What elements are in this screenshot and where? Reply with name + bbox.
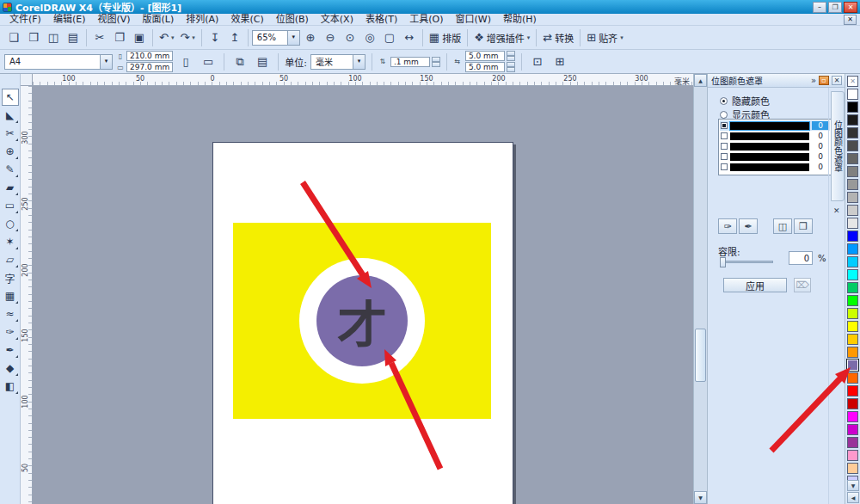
palette-color-swatch[interactable] xyxy=(847,308,858,319)
plugins-button[interactable]: ❖增强插件▾ xyxy=(471,28,532,47)
menu-bitmaps[interactable]: 位图(B) xyxy=(270,14,315,26)
menu-window[interactable]: 窗口(W) xyxy=(450,14,497,26)
portrait-button[interactable]: ▯ xyxy=(176,52,195,71)
palette-color-swatch[interactable] xyxy=(847,269,858,280)
vertical-ruler[interactable]: 300 250 200 150 100 50 xyxy=(21,86,33,504)
palette-color-swatch[interactable] xyxy=(847,424,858,435)
save-button[interactable]: ◫ xyxy=(44,28,63,47)
mask-row[interactable]: 0 xyxy=(720,120,830,131)
menu-layout[interactable]: 版面(L) xyxy=(137,14,181,26)
polygon-tool[interactable]: ✶ xyxy=(2,233,19,250)
palette-color-swatch[interactable] xyxy=(847,256,858,267)
palette-color-swatch[interactable] xyxy=(847,153,858,164)
purple-circle[interactable]: 才 xyxy=(316,275,408,366)
palette-no-color-swatch[interactable]: ✕ xyxy=(847,76,858,87)
save-mask-button[interactable]: ◫ xyxy=(773,218,792,234)
scroll-up-icon[interactable]: ▲ xyxy=(694,74,707,87)
tolerance-field[interactable]: 0 xyxy=(789,251,813,265)
palette-color-swatch[interactable] xyxy=(847,140,858,151)
zoom-in-button[interactable]: ⊕ xyxy=(301,28,320,47)
nudge-field[interactable]: .1 mm xyxy=(390,57,430,67)
open-button[interactable]: ❒ xyxy=(24,28,43,47)
color-mask-list[interactable]: 0 0 0 0 0 xyxy=(718,119,832,175)
convert-button[interactable]: ⇄转换 xyxy=(540,28,576,47)
tolerance-slider-thumb[interactable] xyxy=(720,257,726,267)
close-button[interactable]: ✕ xyxy=(844,2,857,13)
document-close-button[interactable]: ✕ xyxy=(844,15,857,25)
menu-effects[interactable]: 效果(C) xyxy=(224,14,269,26)
new-button[interactable]: ❑ xyxy=(4,28,23,47)
palette-flyout-icon[interactable]: ◀ xyxy=(847,492,859,503)
menu-view[interactable]: 视图(V) xyxy=(91,14,136,26)
mask-row[interactable]: 0 xyxy=(720,141,830,151)
palette-color-swatch[interactable] xyxy=(847,450,858,461)
palette-scroll-icon[interactable]: ▼ xyxy=(847,480,859,491)
palette-color-swatch[interactable] xyxy=(847,334,858,345)
export-button[interactable]: ↥ xyxy=(225,28,244,47)
smart-fill-tool[interactable]: ▰ xyxy=(2,179,19,196)
drawing-canvas[interactable]: 才 xyxy=(33,86,693,504)
paste-button[interactable]: ▣ xyxy=(130,28,149,47)
palette-color-swatch[interactable] xyxy=(847,372,858,384)
pick-tool[interactable]: ↖ xyxy=(2,89,19,106)
edit-color-button[interactable]: ✒ xyxy=(739,218,758,234)
redo-button[interactable]: ↷▾ xyxy=(177,28,197,47)
maximize-button[interactable]: ❐ xyxy=(828,2,842,13)
zoom-level-combo[interactable]: 65% ▾ xyxy=(252,30,300,46)
shape-tool[interactable]: ◣ xyxy=(2,107,19,124)
palette-color-swatch[interactable] xyxy=(847,295,858,306)
paper-height-field[interactable]: 297.0 mm xyxy=(126,62,173,72)
mask-checkbox[interactable] xyxy=(721,163,728,170)
zoom-combo-arrow-icon[interactable]: ▾ xyxy=(287,31,299,45)
options-b-button[interactable]: ⊞ xyxy=(550,52,569,71)
minimize-button[interactable]: – xyxy=(813,2,826,13)
docker-tab[interactable]: 位图颜色遮罩 xyxy=(831,91,845,201)
hide-colors-option[interactable]: 隐藏颜色 xyxy=(720,94,770,108)
tolerance-slider[interactable] xyxy=(720,261,773,263)
mask-checkbox[interactable] xyxy=(721,153,728,160)
current-page-button[interactable]: ▤ xyxy=(253,52,272,71)
crop-tool[interactable]: ✂ xyxy=(2,125,19,142)
apply-button[interactable]: 应用 xyxy=(723,278,787,292)
menu-file[interactable]: 文件(F) xyxy=(3,14,47,26)
mask-checkbox[interactable] xyxy=(721,122,728,129)
zoom-out-button[interactable]: ⊖ xyxy=(321,28,340,47)
interactive-fill-tool[interactable]: ◧ xyxy=(2,378,19,395)
mask-checkbox[interactable] xyxy=(721,132,728,139)
palette-color-swatch[interactable] xyxy=(847,385,858,396)
landscape-button[interactable]: ▭ xyxy=(199,52,218,71)
palette-color-swatch[interactable] xyxy=(847,398,858,409)
all-pages-button[interactable]: ⧉ xyxy=(230,52,249,71)
palette-color-swatch[interactable] xyxy=(847,166,858,177)
palette-color-swatch[interactable] xyxy=(847,411,858,422)
ruler-origin[interactable] xyxy=(21,74,33,86)
eyedropper-tool[interactable]: ✑ xyxy=(2,323,19,341)
import-button[interactable]: ↧ xyxy=(206,28,224,47)
docker-tab-close-icon[interactable]: ✕ xyxy=(833,206,840,215)
nudge-spinner[interactable] xyxy=(432,57,440,67)
palette-color-swatch[interactable] xyxy=(847,192,858,203)
palette-color-swatch[interactable] xyxy=(847,205,858,216)
paper-size-arrow-icon[interactable]: ▾ xyxy=(100,55,112,69)
palette-color-swatch[interactable] xyxy=(847,360,858,371)
scrollbar-thumb[interactable] xyxy=(695,329,706,382)
menu-edit[interactable]: 编辑(E) xyxy=(47,14,92,26)
palette-color-swatch[interactable] xyxy=(847,101,858,113)
layout-button[interactable]: ▦排版 xyxy=(427,28,464,47)
palette-color-swatch[interactable] xyxy=(847,463,858,474)
page[interactable]: 才 xyxy=(212,142,513,504)
outline-tool[interactable]: ✒ xyxy=(2,341,19,359)
delete-mask-button[interactable]: ⌦ xyxy=(794,278,811,292)
duplicate-x-field[interactable]: 5.0 mm xyxy=(465,51,505,61)
eyedropper-button[interactable]: ✑ xyxy=(718,218,737,234)
cut-button[interactable]: ✂ xyxy=(90,28,109,47)
zoom-tool[interactable]: ⊕ xyxy=(2,143,19,160)
palette-color-swatch[interactable] xyxy=(847,127,858,138)
palette-color-swatch[interactable] xyxy=(847,230,858,242)
menu-tools[interactable]: 工具(O) xyxy=(403,14,449,26)
snap-button[interactable]: ⊞贴齐▾ xyxy=(584,28,625,47)
print-button[interactable]: ▤ xyxy=(64,28,83,47)
menu-help[interactable]: 帮助(H) xyxy=(497,14,543,26)
menu-arrange[interactable]: 排列(A) xyxy=(180,14,224,26)
paper-width-field[interactable]: 210.0 mm xyxy=(126,51,173,61)
